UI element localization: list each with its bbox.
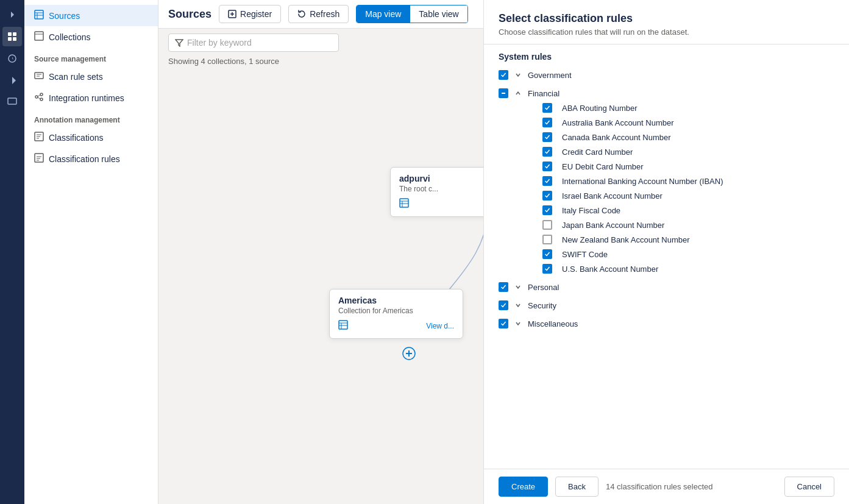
icon-rail: [0, 0, 24, 504]
financial-checkbox[interactable]: [499, 88, 508, 98]
annotation-management-section: Annotation management: [24, 108, 158, 127]
nav-icon-3[interactable]: [2, 71, 22, 90]
connector-lines: [158, 69, 483, 504]
personal-chevron[interactable]: [513, 282, 523, 292]
swift-checkbox[interactable]: [542, 249, 552, 259]
miscellaneous-group: Miscellaneous: [499, 316, 834, 331]
aus-bank-label: Australia Bank Account Number: [562, 118, 674, 127]
iban-checkbox[interactable]: [542, 176, 552, 186]
italy-fiscal-checkbox[interactable]: [542, 205, 552, 215]
aba-label: ABA Routing Number: [562, 104, 638, 113]
miscellaneous-label: Miscellaneous: [528, 319, 578, 328]
filter-input-container[interactable]: Filter by keyword: [168, 34, 339, 52]
map-view-button[interactable]: Map view: [357, 5, 410, 23]
page-title: Sources: [168, 8, 211, 21]
system-rules-label: System rules: [499, 52, 834, 62]
miscellaneous-chevron[interactable]: [513, 319, 523, 328]
sidebar-item-collections[interactable]: Collections: [24, 26, 158, 48]
security-row: Security: [499, 298, 834, 313]
sidebar-item-sources[interactable]: Sources: [24, 5, 158, 26]
table-view-label: Table view: [419, 9, 458, 19]
register-button[interactable]: Register: [219, 5, 281, 23]
credit-card-row: Credit Card Number: [499, 144, 834, 159]
svg-rect-2: [8, 37, 12, 41]
main-content: Sources Register Refresh Map view Table …: [158, 0, 483, 504]
svg-rect-33: [339, 321, 347, 329]
svg-rect-10: [35, 32, 43, 40]
sidebar-item-scan-rule-sets[interactable]: Scan rule sets: [24, 66, 158, 87]
svg-line-18: [38, 95, 40, 96]
government-chevron[interactable]: [513, 70, 523, 80]
adpurvi-subtitle: The root c...: [399, 185, 483, 193]
us-bank-row: U.S. Bank Account Number: [499, 261, 834, 276]
expand-icon[interactable]: [2, 5, 22, 24]
aba-checkbox[interactable]: [542, 103, 552, 113]
eu-debit-row: EU Debit Card Number: [499, 159, 834, 174]
swift-row: SWIFT Code: [499, 247, 834, 261]
italy-fiscal-row: Italy Fiscal Code: [499, 203, 834, 218]
nz-bank-checkbox[interactable]: [542, 235, 552, 244]
eu-debit-checkbox[interactable]: [542, 161, 552, 171]
collections-icon: [34, 31, 44, 43]
right-panel: Select classification rules Choose class…: [483, 0, 849, 504]
svg-point-15: [35, 96, 38, 98]
sidebar-item-classifications[interactable]: Classifications: [24, 127, 158, 148]
svg-marker-28: [176, 40, 183, 46]
us-bank-checkbox[interactable]: [542, 264, 552, 274]
sidebar: Sources Collections Source management Sc…: [24, 0, 158, 504]
top-bar: Sources Register Refresh Map view Table …: [158, 0, 483, 29]
miscellaneous-checkbox[interactable]: [499, 319, 508, 328]
classifications-icon: [34, 132, 44, 143]
svg-rect-12: [35, 73, 43, 79]
sidebar-item-integration-label: Integration runtimes: [49, 93, 124, 103]
refresh-label: Refresh: [310, 9, 339, 19]
data-catalog-icon[interactable]: [2, 27, 22, 46]
filter-placeholder: Filter by keyword: [187, 38, 252, 48]
refresh-button[interactable]: Refresh: [288, 5, 349, 23]
canada-bank-checkbox[interactable]: [542, 132, 552, 142]
filter-icon: [175, 38, 183, 47]
table-view-button[interactable]: Table view: [410, 5, 467, 23]
government-row: Government: [499, 68, 834, 82]
government-label: Government: [528, 71, 572, 80]
svg-point-16: [40, 93, 43, 96]
cancel-button[interactable]: Cancel: [784, 477, 834, 497]
canada-bank-label: Canada Bank Account Number: [562, 133, 671, 142]
security-chevron[interactable]: [513, 300, 523, 310]
government-group: Government: [499, 68, 834, 82]
security-checkbox[interactable]: [499, 300, 508, 310]
sidebar-item-classification-rules[interactable]: Classification rules: [24, 148, 158, 169]
personal-checkbox[interactable]: [499, 282, 508, 292]
israel-bank-checkbox[interactable]: [542, 191, 552, 201]
right-panel-header: Select classification rules Choose class…: [484, 0, 849, 44]
selected-count: 14 classification rules selected: [606, 482, 713, 491]
aus-bank-checkbox[interactable]: [542, 118, 552, 127]
sidebar-item-scan-label: Scan rule sets: [49, 72, 103, 82]
rules-icon: [34, 153, 44, 165]
americas-subtitle: Collection for Americas: [338, 307, 454, 315]
add-collection-button[interactable]: [402, 347, 416, 364]
financial-group: Financial ABA Routing Number Australia B…: [499, 86, 834, 276]
sources-icon: [34, 10, 44, 21]
view-toggle: Map view Table view: [356, 5, 468, 23]
financial-chevron[interactable]: [513, 88, 523, 98]
credit-card-checkbox[interactable]: [542, 147, 552, 157]
canada-bank-row: Canada Bank Account Number: [499, 130, 834, 144]
israel-bank-label: Israel Bank Account Number: [562, 191, 663, 201]
nav-icon-2[interactable]: [2, 49, 22, 68]
create-button[interactable]: Create: [499, 477, 548, 497]
iban-row: International Banking Account Number (IB…: [499, 174, 834, 188]
nav-icon-4[interactable]: [2, 93, 22, 112]
us-bank-label: U.S. Bank Account Number: [562, 264, 658, 274]
view-details-link[interactable]: View d...: [426, 322, 454, 330]
svg-rect-0: [8, 32, 12, 36]
back-button[interactable]: Back: [555, 477, 599, 497]
svg-rect-3: [13, 37, 16, 41]
right-panel-body: System rules Government: [484, 44, 849, 469]
government-checkbox[interactable]: [499, 70, 508, 80]
iban-label: International Banking Account Number (IB…: [562, 177, 723, 186]
map-view-label: Map view: [365, 9, 401, 19]
japan-bank-checkbox[interactable]: [542, 220, 552, 230]
japan-bank-label: Japan Bank Account Number: [562, 221, 664, 230]
sidebar-item-integration-runtimes[interactable]: Integration runtimes: [24, 87, 158, 108]
